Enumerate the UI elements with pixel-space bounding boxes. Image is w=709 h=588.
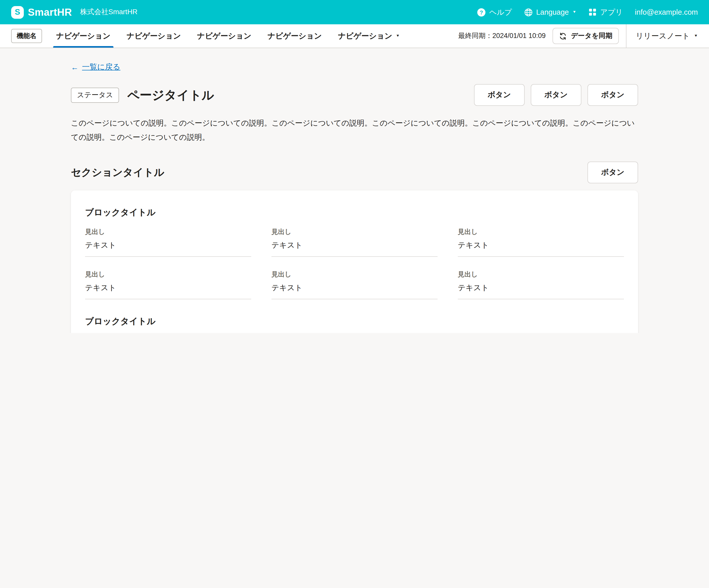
nav-item-4[interactable]: ナビゲーション [260, 24, 330, 48]
nav-item-label: ナビゲーション [197, 31, 251, 41]
account-email: info@example.com [635, 8, 698, 16]
field-value: テキスト [85, 283, 251, 299]
nav-item-2[interactable]: ナビゲーション [119, 24, 189, 48]
last-sync-label: 最終同期：2024/01/01 10:09 [458, 31, 546, 41]
back-to-list-link[interactable]: ← 一覧に戻る [71, 62, 120, 72]
language-label: Language [536, 8, 569, 16]
application-window: S SmartHR 株式会社SmartHR ? ヘルプ Language ▼ ア… [0, 0, 709, 333]
info-card: ブロックタイトル 見出し テキスト 見出し テキスト 見出し テキスト [71, 190, 638, 333]
nav-item-label: ナビゲーション [268, 31, 322, 41]
field-label: 見出し [271, 227, 438, 236]
definition-item: 見出し テキスト [85, 227, 251, 257]
field-label: 見出し [85, 227, 251, 236]
nav-item-label: ナビゲーション [338, 31, 392, 41]
smarthr-wordmark: SmartHR [28, 6, 72, 18]
header-actions: ? ヘルプ Language ▼ アプリ info@example.com [477, 7, 698, 17]
definition-item: 見出し テキスト [271, 227, 438, 257]
field-value: テキスト [458, 283, 624, 299]
global-header: S SmartHR 株式会社SmartHR ? ヘルプ Language ▼ ア… [0, 0, 709, 24]
field-label: 見出し [85, 270, 251, 279]
globe-icon [524, 8, 532, 17]
section-header-info: セクションタイトル ボタン [71, 161, 638, 183]
release-notes-label: リリースノート [636, 31, 690, 41]
section-info-button[interactable]: ボタン [587, 161, 638, 183]
nav-item-1[interactable]: ナビゲーション [48, 24, 119, 48]
nav-item-label: ナビゲーション [56, 31, 110, 41]
smarthr-logo[interactable]: S SmartHR [11, 6, 72, 19]
field-label: 見出し [458, 227, 624, 236]
chevron-down-icon: ▼ [694, 34, 698, 38]
main-content: ← 一覧に戻る ステータス ページタイトル ボタン ボタン ボタン このページに… [0, 48, 709, 333]
definition-item: 見出し テキスト [458, 227, 624, 257]
account-menu[interactable]: info@example.com [635, 8, 698, 16]
nav-item-5-dropdown[interactable]: ナビゲーション ▼ [330, 24, 408, 48]
definition-list-1: 見出し テキスト 見出し テキスト 見出し テキスト 見出し テキスト [85, 227, 624, 299]
chevron-down-icon: ▼ [396, 34, 400, 38]
definition-item: 見出し テキスト [271, 270, 438, 299]
help-label: ヘルプ [489, 7, 512, 17]
field-value: テキスト [458, 240, 624, 257]
sync-data-button[interactable]: データを同期 [553, 28, 619, 44]
smarthr-logo-icon: S [11, 6, 24, 19]
block-title-1: ブロックタイトル [85, 206, 624, 218]
company-name: 株式会社SmartHR [80, 8, 137, 17]
feature-name-badge: 機能名 [11, 29, 42, 43]
release-notes-menu[interactable]: リリースノート ▼ [626, 24, 698, 48]
definition-item: 見出し テキスト [85, 270, 251, 299]
app-navigation: 機能名 ナビゲーション ナビゲーション ナビゲーション ナビゲーション ナビゲー… [0, 24, 709, 48]
block-title-2: ブロックタイトル [85, 315, 624, 327]
apps-grid-icon [588, 8, 597, 16]
page-action-button-2[interactable]: ボタン [531, 84, 581, 106]
refresh-icon [559, 32, 567, 40]
nav-item-3[interactable]: ナビゲーション [189, 24, 259, 48]
help-menu[interactable]: ? ヘルプ [477, 7, 512, 17]
page-status-badge: ステータス [71, 87, 119, 103]
apps-menu[interactable]: アプリ [588, 7, 623, 17]
field-value: テキスト [271, 240, 438, 257]
field-value: テキスト [271, 283, 438, 299]
language-menu[interactable]: Language ▼ [524, 8, 576, 17]
field-label: 見出し [271, 270, 438, 279]
definition-item: 見出し テキスト [458, 270, 624, 299]
page-header: ステータス ページタイトル ボタン ボタン ボタン [71, 84, 638, 106]
help-icon: ? [477, 8, 485, 17]
nav-right-area: 最終同期：2024/01/01 10:09 データを同期 リリースノート ▼ [458, 24, 698, 48]
page-action-button-3[interactable]: ボタン [587, 84, 638, 106]
svg-text:?: ? [480, 9, 483, 16]
sync-button-label: データを同期 [571, 31, 612, 41]
field-label: 見出し [458, 270, 624, 279]
section-title-info: セクションタイトル [71, 165, 164, 179]
back-link-label: 一覧に戻る [82, 62, 120, 72]
apps-label: アプリ [600, 7, 623, 17]
back-arrow-icon: ← [71, 63, 78, 72]
page-description: このページについての説明。このページについての説明。このページについての説明。こ… [71, 116, 638, 144]
logo-letter: S [15, 8, 20, 17]
field-value: テキスト [85, 240, 251, 257]
chevron-down-icon: ▼ [572, 10, 576, 14]
page-action-buttons: ボタン ボタン ボタン [474, 84, 638, 106]
page-action-button-1[interactable]: ボタン [474, 84, 525, 106]
nav-item-label: ナビゲーション [127, 31, 181, 41]
page-title: ページタイトル [127, 87, 214, 103]
